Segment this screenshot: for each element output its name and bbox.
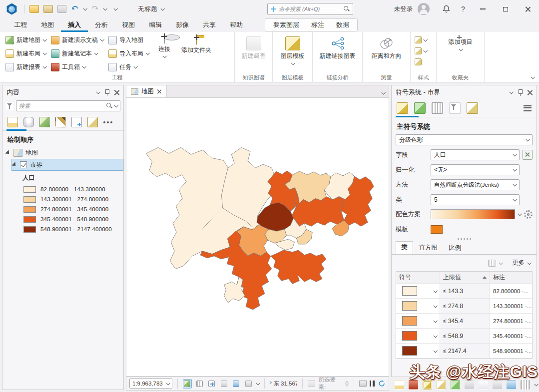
primary-symbology-tab-icon[interactable] bbox=[397, 102, 408, 114]
style-pen1-button[interactable] bbox=[415, 35, 427, 44]
view-tabs-chevron-icon[interactable] bbox=[381, 90, 385, 94]
advanced-symbology-tab-icon[interactable] bbox=[467, 102, 478, 114]
contents-search-input[interactable] bbox=[19, 103, 104, 109]
new-presentation-button[interactable]: 新建演示文稿 bbox=[49, 34, 105, 45]
rotate-tool-icon[interactable] bbox=[244, 379, 253, 389]
contents-search-chevron-icon[interactable] bbox=[114, 103, 118, 107]
filter-funnel-icon[interactable] bbox=[5, 102, 13, 110]
undo-dropdown-chevron-icon[interactable] bbox=[83, 6, 87, 10]
class-upper-value[interactable]: ≤ 143.3 bbox=[440, 284, 490, 298]
pause-drawing-icon[interactable] bbox=[370, 381, 375, 387]
layer-visibility-checkbox[interactable] bbox=[20, 161, 27, 168]
class-symbol-swatch[interactable] bbox=[402, 316, 417, 326]
contents-pin-icon[interactable] bbox=[104, 89, 109, 96]
document-title[interactable]: 无标题 bbox=[138, 4, 164, 13]
table-view-icon[interactable] bbox=[488, 260, 496, 267]
minimize-button[interactable] bbox=[472, 0, 494, 18]
dock-more-chevron-icon[interactable] bbox=[534, 382, 538, 386]
class-label[interactable]: 345.400001 -... bbox=[490, 329, 532, 343]
contents-menu-chevron-icon[interactable] bbox=[96, 90, 100, 94]
class-label[interactable]: 274.800001 -... bbox=[490, 314, 532, 328]
class-upper-value[interactable]: ≤ 274.8 bbox=[440, 299, 490, 313]
normalization-select[interactable]: <无> bbox=[431, 164, 520, 175]
tab-feature-layer[interactable]: 要素图层 bbox=[267, 20, 305, 29]
symbology-close-icon[interactable] bbox=[528, 90, 533, 95]
template-swatch[interactable] bbox=[431, 225, 443, 234]
column-header-upper[interactable]: 上限值 bbox=[440, 272, 490, 283]
class-label[interactable]: 82.800000 -... bbox=[490, 284, 532, 298]
map-region[interactable] bbox=[224, 277, 245, 303]
tab-insert[interactable]: 插入 bbox=[61, 18, 88, 32]
tab-map[interactable]: 地图 bbox=[34, 18, 61, 32]
distance-direction-button[interactable]: 距离和方向 bbox=[369, 34, 405, 74]
layer-template-button[interactable]: 图层模板 bbox=[278, 34, 308, 74]
class-row[interactable]: ≤ 143.3 82.800000 -... bbox=[396, 284, 532, 299]
coordinate-readout[interactable]: ° 东 31.567 bbox=[270, 380, 298, 388]
expander-icon[interactable] bbox=[11, 162, 17, 167]
class-upper-value[interactable]: ≤ 345.4 bbox=[440, 314, 490, 328]
new-notebook-button[interactable]: 新建笔记本 bbox=[49, 48, 105, 59]
column-header-label[interactable]: 标注 bbox=[490, 272, 532, 283]
tab-imagery[interactable]: 影像 bbox=[169, 18, 196, 32]
vertices-tool-icon[interactable] bbox=[207, 379, 216, 389]
new-project-icon[interactable] bbox=[29, 5, 39, 13]
editing-view-icon[interactable] bbox=[55, 117, 66, 127]
redo-dropdown-chevron-icon[interactable] bbox=[103, 6, 107, 10]
class-upper-value[interactable]: ≤ 548.9 bbox=[440, 329, 490, 343]
tab-histogram[interactable]: 直方图 bbox=[414, 242, 443, 254]
refresh-icon[interactable] bbox=[378, 380, 386, 388]
symbology-menu-chevron-icon[interactable] bbox=[509, 90, 513, 94]
tab-analysis[interactable]: 分析 bbox=[88, 18, 115, 32]
class-row[interactable]: ≤ 548.9 345.400001 -... bbox=[396, 329, 532, 344]
class-label[interactable]: 548.900001 -... bbox=[490, 344, 532, 358]
tab-classes[interactable]: 类 bbox=[396, 241, 413, 254]
classes-select[interactable]: 5 bbox=[431, 194, 520, 205]
status-tools-chevron-icon[interactable] bbox=[256, 381, 260, 385]
close-button[interactable] bbox=[517, 0, 539, 18]
contents-search-box[interactable] bbox=[16, 100, 120, 111]
crosshair-tool-icon[interactable] bbox=[219, 379, 228, 389]
dock-contents-icon[interactable] bbox=[395, 380, 404, 390]
tab-help[interactable]: 帮助 bbox=[223, 18, 250, 32]
panel-splitter[interactable] bbox=[392, 234, 537, 242]
labeling-view-icon[interactable] bbox=[87, 117, 98, 127]
class-upper-value[interactable]: ≤ 2147.4 bbox=[440, 344, 490, 358]
symbology-pin-icon[interactable] bbox=[518, 89, 523, 96]
tree-node-layer-selected[interactable]: 市界 bbox=[11, 159, 123, 171]
help-icon[interactable]: ? bbox=[455, 0, 472, 18]
tasks-button[interactable]: 任务 bbox=[107, 61, 150, 72]
new-map-button[interactable]: 新建地图 bbox=[4, 34, 47, 45]
color-scheme-ramp[interactable] bbox=[431, 209, 515, 219]
field-select[interactable]: 人口 bbox=[431, 149, 520, 160]
save-icon[interactable] bbox=[57, 5, 66, 13]
class-symbol-swatch[interactable] bbox=[402, 346, 417, 356]
map-region[interactable] bbox=[271, 250, 326, 284]
vary-symbology-tab-icon[interactable] bbox=[414, 102, 426, 114]
connect-button[interactable]: 连接 bbox=[155, 34, 173, 74]
new-report-button[interactable]: 新建报表 bbox=[4, 61, 47, 72]
add-folder-button[interactable]: 添加文件夹 bbox=[178, 34, 214, 74]
data-source-view-icon[interactable] bbox=[23, 117, 34, 127]
class-row[interactable]: ≤ 345.4 274.800001 -... bbox=[396, 314, 532, 329]
command-search-box[interactable] bbox=[267, 3, 353, 15]
column-header-symbol[interactable]: 符号 bbox=[396, 272, 440, 283]
redo-icon[interactable] bbox=[91, 5, 99, 12]
map-tab-close-icon[interactable] bbox=[157, 89, 161, 93]
class-symbol-swatch[interactable] bbox=[402, 331, 417, 341]
more-views-icon[interactable] bbox=[103, 121, 105, 123]
class-row[interactable]: ≤ 2147.4 548.900001 -... bbox=[396, 344, 532, 359]
map-view-tab[interactable]: 地图 bbox=[126, 85, 167, 97]
new-layout-button[interactable]: 新建布局 bbox=[4, 48, 47, 59]
tab-share[interactable]: 共享 bbox=[196, 18, 223, 32]
tab-edit[interactable]: 编辑 bbox=[142, 18, 169, 32]
snapping-view-icon[interactable] bbox=[71, 117, 82, 127]
tab-view[interactable]: 视图 bbox=[115, 18, 142, 32]
more-button[interactable]: 更多 bbox=[512, 259, 525, 267]
primary-symbology-select[interactable]: 分级色彩 bbox=[396, 134, 533, 145]
maximize-button[interactable] bbox=[494, 0, 517, 18]
new-link-chart-button[interactable]: 新建链接图表 bbox=[317, 34, 359, 74]
map-canvas[interactable] bbox=[126, 97, 389, 377]
map-extent-tool-icon[interactable] bbox=[183, 379, 192, 389]
contents-close-icon[interactable] bbox=[114, 90, 119, 95]
north-arrow-tool-icon[interactable] bbox=[232, 379, 241, 389]
